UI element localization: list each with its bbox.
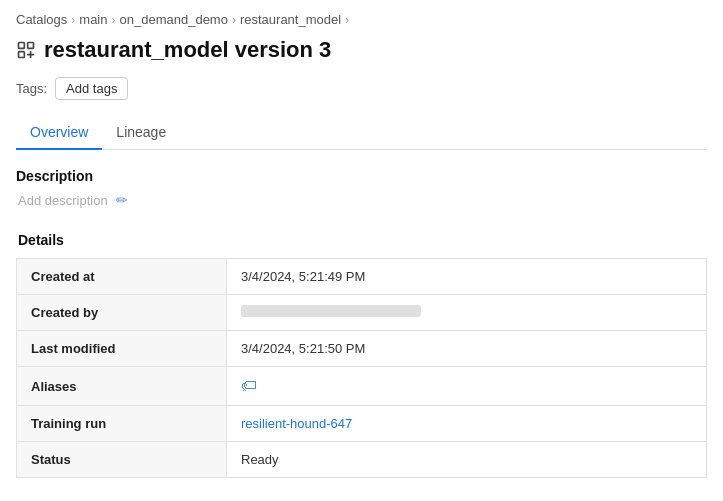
add-tags-button[interactable]: Add tags bbox=[55, 77, 128, 100]
tab-lineage[interactable]: Lineage bbox=[102, 116, 180, 150]
detail-key-aliases: Aliases bbox=[17, 367, 227, 406]
svg-rect-2 bbox=[19, 52, 25, 58]
detail-key-last-modified: Last modified bbox=[17, 331, 227, 367]
tab-overview[interactable]: Overview bbox=[16, 116, 102, 150]
tags-label: Tags: bbox=[16, 81, 47, 96]
breadcrumb-sep-1: › bbox=[71, 13, 75, 27]
detail-value-aliases: 🏷 bbox=[227, 367, 707, 406]
edit-description-icon[interactable]: ✏ bbox=[116, 192, 128, 208]
table-row: Created at 3/4/2024, 5:21:49 PM bbox=[17, 259, 707, 295]
table-row: Status Ready bbox=[17, 442, 707, 478]
breadcrumb: Catalogs › main › on_demand_demo › resta… bbox=[16, 12, 707, 27]
detail-value-training-run: resilient-hound-647 bbox=[227, 406, 707, 442]
description-section-title: Description bbox=[16, 168, 707, 184]
description-section: Description Add description ✏ bbox=[16, 168, 707, 208]
training-run-link[interactable]: resilient-hound-647 bbox=[241, 416, 352, 431]
detail-value-created-by bbox=[227, 295, 707, 331]
details-section-title: Details bbox=[16, 232, 707, 248]
table-row: Last modified 3/4/2024, 5:21:50 PM bbox=[17, 331, 707, 367]
details-section: Details Created at 3/4/2024, 5:21:49 PM … bbox=[16, 232, 707, 478]
breadcrumb-sep-3: › bbox=[232, 13, 236, 27]
table-row: Aliases 🏷 bbox=[17, 367, 707, 406]
content-area: Description Add description ✏ Details Cr… bbox=[16, 150, 707, 478]
detail-value-created-at: 3/4/2024, 5:21:49 PM bbox=[227, 259, 707, 295]
redacted-bar bbox=[241, 305, 421, 317]
detail-key-created-at: Created at bbox=[17, 259, 227, 295]
detail-key-created-by: Created by bbox=[17, 295, 227, 331]
description-row: Add description ✏ bbox=[16, 192, 707, 208]
breadcrumb-catalogs[interactable]: Catalogs bbox=[16, 12, 67, 27]
detail-key-training-run: Training run bbox=[17, 406, 227, 442]
page-container: Catalogs › main › on_demand_demo › resta… bbox=[0, 0, 723, 478]
tabs-row: Overview Lineage bbox=[16, 116, 707, 150]
breadcrumb-on-demand-demo[interactable]: on_demand_demo bbox=[120, 12, 228, 27]
svg-rect-1 bbox=[28, 43, 34, 49]
model-icon bbox=[16, 40, 36, 60]
page-title: restaurant_model version 3 bbox=[44, 37, 331, 63]
breadcrumb-restaurant-model[interactable]: restaurant_model bbox=[240, 12, 341, 27]
detail-key-status: Status bbox=[17, 442, 227, 478]
detail-value-status: Ready bbox=[227, 442, 707, 478]
table-row: Training run resilient-hound-647 bbox=[17, 406, 707, 442]
details-table: Created at 3/4/2024, 5:21:49 PM Created … bbox=[16, 258, 707, 478]
add-description-placeholder: Add description bbox=[18, 193, 108, 208]
table-row: Created by bbox=[17, 295, 707, 331]
detail-value-last-modified: 3/4/2024, 5:21:50 PM bbox=[227, 331, 707, 367]
tags-row: Tags: Add tags bbox=[16, 77, 707, 100]
page-title-row: restaurant_model version 3 bbox=[16, 37, 707, 63]
svg-rect-0 bbox=[19, 43, 25, 49]
breadcrumb-sep-4: › bbox=[345, 13, 349, 27]
breadcrumb-main[interactable]: main bbox=[79, 12, 107, 27]
aliases-tag-icon[interactable]: 🏷 bbox=[241, 377, 257, 394]
breadcrumb-sep-2: › bbox=[112, 13, 116, 27]
